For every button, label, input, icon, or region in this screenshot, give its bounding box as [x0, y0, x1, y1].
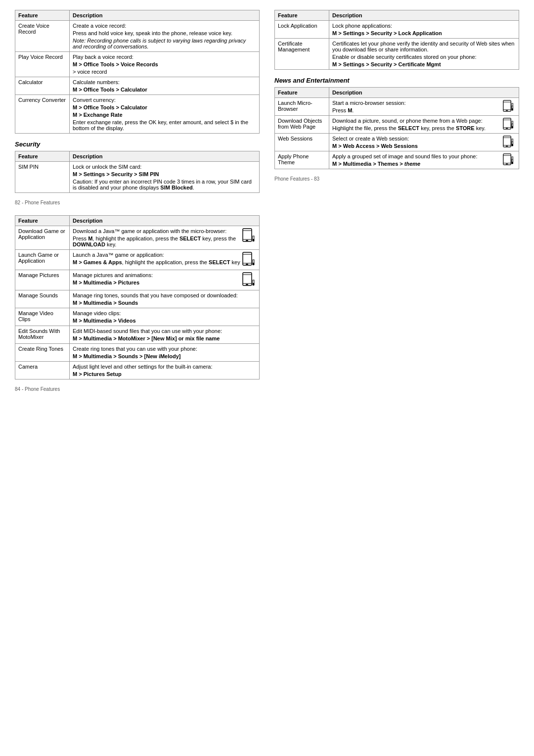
desc-cell: Manage video clips: M > Multimedia > Vid… [70, 308, 260, 326]
desc-cell: Lock or unlock the SIM card: M > Setting… [70, 162, 260, 193]
menu-nav: M > Office Tools > Calculator [73, 104, 256, 110]
desc-cell: Start a micro-browser session: Press M. [329, 98, 519, 116]
table-row: Manage Sounds Manage ring tones, sounds … [15, 290, 260, 308]
security-section-title: Security [15, 141, 260, 148]
desc-text: Certificates let your phone verify the i… [332, 41, 516, 52]
table-row: Download Game or Application Download a … [15, 226, 260, 250]
table-row: SIM PIN Lock or unlock the SIM card: M >… [15, 162, 260, 193]
table-row: Lock Application Lock phone applications… [275, 21, 519, 39]
menu-nav: M > Web Access > Web Sessions [332, 143, 500, 149]
desc-text: Enable or disable security certificates … [332, 54, 516, 60]
desc-text: Edit MIDI-based sound files that you can… [73, 328, 256, 334]
news-table: Feature Description Launch Micro-Browser… [274, 87, 519, 169]
desc-cell: Launch a Java™ game or application: M > … [70, 250, 260, 270]
svg-rect-17 [506, 128, 508, 129]
desc-text: Download a Java™ game or application wit… [73, 228, 240, 234]
feature-cell: Currency Converter [15, 95, 70, 134]
table-row: Edit Sounds With MotoMixer Edit MIDI-bas… [15, 326, 260, 344]
desc-cell: Play back a voice record: M > Office Too… [70, 52, 260, 77]
feature-cell: Create Voice Record [15, 21, 70, 52]
desc-text: Highlight the file, press the SELECT key… [332, 125, 500, 131]
table-row: Launch Game or Application Launch a Java… [15, 250, 260, 270]
top-section: Feature Description Create Voice Record … [15, 10, 519, 205]
desc-row: Manage pictures and animations: M > Mult… [73, 272, 256, 288]
svg-rect-31 [506, 164, 508, 165]
page-number-84: 84 - Phone Features [15, 386, 260, 392]
menu-nav: M > Settings > Security > SIM PIN [73, 171, 256, 177]
menu-nav: M > Office Tools > Calculator [73, 87, 256, 93]
desc-row: Launch a Java™ game or application: M > … [73, 252, 256, 268]
feature-cell: Manage Pictures [15, 270, 70, 290]
desc-row: Select or create a Web session: M > Web … [332, 136, 516, 149]
feature-cell: Manage Video Clips [15, 308, 70, 326]
desc-text: M > Games & Apps, highlight the applicat… [73, 259, 240, 265]
table-row: Create Voice Record Create a voice recor… [15, 21, 260, 52]
lock-feature-header: Feature [275, 10, 329, 21]
svg-rect-10 [506, 110, 508, 111]
svg-rect-50 [246, 284, 248, 285]
desc-text: Create a voice record: [73, 23, 256, 29]
menu-nav: M > Multimedia > Sounds > [New iMelody] [73, 353, 256, 359]
feature-cell: Launch Micro-Browser [275, 98, 329, 116]
feature-cell: Play Voice Record [15, 52, 70, 77]
table-row: Web Sessions Select or create a Web sess… [275, 134, 519, 151]
bottom-section: Feature Description Download Game or App… [15, 215, 519, 392]
dl-feature-header: Feature [15, 216, 70, 226]
page-number-83: Phone Features - 83 [274, 176, 519, 182]
menu-nav: M > Office Tools > Voice Records [73, 61, 256, 67]
page-number-82: 82 - Phone Features [15, 200, 260, 205]
desc-cell: Lock phone applications: M > Settings > … [329, 21, 519, 39]
desc-text: Launch a Java™ game or application: [73, 252, 240, 258]
table-row: Create Ring Tones Create ring tones that… [15, 344, 260, 362]
svg-rect-24 [506, 146, 508, 147]
desc-cell: Manage pictures and animations: M > Mult… [70, 270, 260, 290]
feature-cell: SIM PIN [15, 162, 70, 193]
table-row: Camera Adjust light level and other sett… [15, 362, 260, 379]
left-column-top: Feature Description Create Voice Record … [15, 10, 260, 205]
menu-nav: M > Multimedia > Pictures [73, 280, 240, 285]
right-column-top: Feature Description Lock Application Loc… [274, 10, 519, 205]
desc-cell: Apply a grouped set of image and sound f… [329, 151, 519, 169]
desc-row: Download a picture, sound, or phone them… [332, 118, 516, 131]
desc-text: Convert currency: [73, 97, 256, 103]
news-desc-header: Description [329, 88, 519, 98]
menu-nav: M > Multimedia > Themes > theme [332, 161, 500, 167]
feature-cell: Lock Application [275, 21, 329, 39]
table-row: Apply Phone Theme Apply a grouped set of… [275, 151, 519, 169]
lock-cert-table: Feature Description Lock Application Loc… [274, 10, 519, 70]
dl-desc-header: Description [70, 216, 260, 226]
table-row: Play Voice Record Play back a voice reco… [15, 52, 260, 77]
phone-icon [242, 252, 256, 268]
security-desc-header: Description [70, 151, 260, 162]
feature-cell: Edit Sounds With MotoMixer [15, 326, 70, 344]
page: Feature Description Create Voice Record … [0, 0, 534, 402]
desc-text: Calculate numbers: [73, 79, 256, 85]
security-feature-header: Feature [15, 151, 70, 162]
desc-text: Play back a voice record: [73, 54, 256, 60]
table-row: Download Objects from Web Page Download … [275, 116, 519, 134]
phone-icon [502, 118, 516, 131]
menu-nav: M > Exchange Rate [73, 112, 256, 118]
security-table: Feature Description SIM PIN Lock or unlo… [15, 151, 260, 193]
phone-icon [502, 153, 516, 166]
left-column-bottom: Feature Description Download Game or App… [15, 215, 260, 392]
table-row: Launch Micro-Browser Start a micro-brows… [275, 98, 519, 116]
feature-cell: Launch Game or Application [15, 250, 70, 270]
tools-table: Feature Description Create Voice Record … [15, 10, 260, 134]
feature-cell: Download Game or Application [15, 226, 70, 250]
desc-cell: Download a picture, sound, or phone them… [329, 116, 519, 134]
desc-cell: Select or create a Web session: M > Web … [329, 134, 519, 151]
tools-desc-header: Description [70, 10, 260, 21]
svg-rect-44 [246, 264, 248, 265]
desc-row: Apply a grouped set of image and sound f… [332, 153, 516, 167]
feature-cell: Download Objects from Web Page [275, 116, 329, 134]
desc-text: Enter exchange rate, press the OK key, e… [73, 119, 256, 131]
desc-cell: Edit MIDI-based sound files that you can… [70, 326, 260, 344]
table-row: Currency Converter Convert currency: M >… [15, 95, 260, 134]
right-column-bottom [274, 215, 519, 392]
menu-nav: M > Pictures Setup [73, 371, 256, 377]
feature-cell: Manage Sounds [15, 290, 70, 308]
phone-icon [502, 136, 516, 148]
menu-nav: M > Settings > Security > Lock Applicati… [332, 30, 516, 36]
desc-text: Lock phone applications: [332, 23, 516, 29]
